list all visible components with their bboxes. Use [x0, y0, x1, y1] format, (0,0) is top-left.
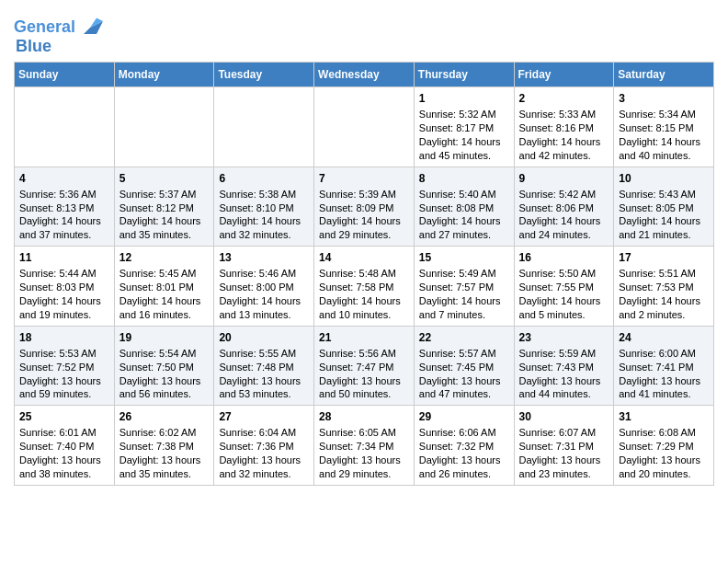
day-info: Daylight: 14 hours	[119, 214, 210, 228]
day-number: 13	[219, 250, 309, 265]
day-info: and 47 minutes.	[419, 387, 509, 401]
calendar-cell: 20Sunrise: 5:55 AMSunset: 7:48 PMDayligh…	[214, 326, 314, 406]
day-info: Sunrise: 5:54 AM	[119, 347, 210, 361]
day-info: Sunrise: 6:06 AM	[419, 426, 509, 440]
calendar-cell: 24Sunrise: 6:00 AMSunset: 7:41 PMDayligh…	[614, 326, 714, 406]
day-number: 29	[419, 409, 509, 424]
day-info: Daylight: 14 hours	[119, 294, 210, 308]
day-number: 15	[419, 250, 509, 265]
day-info: Sunrise: 5:48 AM	[319, 267, 409, 281]
day-info: Sunrise: 5:38 AM	[219, 188, 309, 201]
day-info: Sunrise: 5:33 AM	[519, 108, 609, 121]
calendar-cell	[214, 87, 314, 167]
calendar-cell: 14Sunrise: 5:48 AMSunset: 7:58 PMDayligh…	[314, 247, 415, 327]
calendar-cell: 15Sunrise: 5:49 AMSunset: 7:57 PMDayligh…	[414, 247, 514, 327]
weekday-header-wednesday: Wednesday	[314, 63, 415, 87]
day-number: 16	[519, 250, 609, 265]
day-info: Sunrise: 6:00 AM	[619, 347, 709, 361]
logo: General Blue	[14, 15, 103, 56]
day-number: 19	[119, 330, 210, 345]
day-number: 8	[419, 171, 509, 186]
day-info: Daylight: 14 hours	[19, 214, 109, 228]
weekday-header-sunday: Sunday	[15, 63, 115, 87]
day-info: Daylight: 13 hours	[319, 454, 409, 467]
day-number: 21	[319, 330, 409, 345]
day-info: Sunset: 7:52 PM	[19, 361, 109, 374]
day-info: Sunrise: 5:50 AM	[519, 267, 609, 281]
weekday-header-row: SundayMondayTuesdayWednesdayThursdayFrid…	[15, 63, 714, 87]
day-info: and 44 minutes.	[519, 387, 609, 401]
day-info: Sunrise: 5:36 AM	[19, 188, 109, 201]
day-info: and 19 minutes.	[19, 308, 109, 322]
weekday-header-tuesday: Tuesday	[214, 63, 314, 87]
day-info: Sunrise: 6:05 AM	[319, 426, 409, 440]
day-number: 17	[619, 250, 709, 265]
day-info: Daylight: 13 hours	[119, 374, 210, 388]
day-number: 25	[19, 409, 109, 424]
day-info: Sunset: 8:00 PM	[219, 281, 309, 294]
calendar-cell: 30Sunrise: 6:07 AMSunset: 7:31 PMDayligh…	[514, 406, 614, 486]
weekday-header-thursday: Thursday	[414, 63, 514, 87]
day-info: Daylight: 13 hours	[519, 454, 609, 467]
day-info: and 16 minutes.	[119, 308, 210, 322]
day-info: and 29 minutes.	[319, 467, 409, 481]
day-info: Sunset: 8:13 PM	[19, 201, 109, 215]
day-info: Sunset: 7:48 PM	[219, 361, 309, 374]
logo-text: General	[14, 18, 75, 37]
day-info: and 35 minutes.	[119, 228, 210, 242]
day-info: Daylight: 14 hours	[219, 214, 309, 228]
calendar-cell: 8Sunrise: 5:40 AMSunset: 8:08 PMDaylight…	[414, 167, 514, 247]
day-number: 14	[319, 250, 409, 265]
day-number: 3	[619, 91, 709, 106]
day-info: Sunset: 8:16 PM	[519, 121, 609, 135]
day-info: Sunset: 8:12 PM	[119, 201, 210, 215]
day-info: Sunrise: 6:08 AM	[619, 426, 709, 440]
day-info: Sunset: 8:15 PM	[619, 121, 709, 135]
day-info: Daylight: 14 hours	[519, 214, 609, 228]
day-info: Sunset: 7:31 PM	[519, 440, 609, 454]
day-info: Sunset: 7:29 PM	[619, 440, 709, 454]
day-info: Sunset: 7:57 PM	[419, 281, 509, 294]
day-info: Sunset: 7:43 PM	[519, 361, 609, 374]
day-info: Daylight: 13 hours	[519, 374, 609, 388]
day-info: Sunrise: 5:56 AM	[319, 347, 409, 361]
day-info: Sunrise: 5:49 AM	[419, 267, 509, 281]
day-number: 23	[519, 330, 609, 345]
day-info: Daylight: 14 hours	[619, 294, 709, 308]
day-number: 10	[619, 171, 709, 186]
day-info: Sunset: 7:32 PM	[419, 440, 509, 454]
day-info: and 41 minutes.	[619, 387, 709, 401]
page-header: General Blue	[14, 9, 714, 56]
day-info: Sunset: 7:45 PM	[419, 361, 509, 374]
day-info: and 7 minutes.	[419, 308, 509, 322]
day-info: and 21 minutes.	[619, 228, 709, 242]
day-info: and 13 minutes.	[219, 308, 309, 322]
day-info: and 42 minutes.	[519, 149, 609, 163]
day-info: and 23 minutes.	[519, 467, 609, 481]
calendar-cell: 18Sunrise: 5:53 AMSunset: 7:52 PMDayligh…	[15, 326, 115, 406]
day-info: Daylight: 13 hours	[319, 374, 409, 388]
day-number: 9	[519, 171, 609, 186]
day-number: 1	[419, 91, 509, 106]
calendar-cell: 16Sunrise: 5:50 AMSunset: 7:55 PMDayligh…	[514, 247, 614, 327]
day-number: 12	[119, 250, 210, 265]
calendar-cell: 1Sunrise: 5:32 AMSunset: 8:17 PMDaylight…	[414, 87, 514, 167]
calendar-cell: 2Sunrise: 5:33 AMSunset: 8:16 PMDaylight…	[514, 87, 614, 167]
day-info: and 37 minutes.	[19, 228, 109, 242]
day-info: Sunrise: 6:07 AM	[519, 426, 609, 440]
day-info: Sunset: 7:53 PM	[619, 281, 709, 294]
calendar-table: SundayMondayTuesdayWednesdayThursdayFrid…	[14, 62, 714, 486]
day-info: Sunset: 8:03 PM	[19, 281, 109, 294]
day-number: 27	[219, 409, 309, 424]
calendar-cell: 11Sunrise: 5:44 AMSunset: 8:03 PMDayligh…	[15, 247, 115, 327]
day-info: Daylight: 13 hours	[619, 454, 709, 467]
day-number: 11	[19, 250, 109, 265]
week-row-3: 11Sunrise: 5:44 AMSunset: 8:03 PMDayligh…	[15, 247, 714, 327]
calendar-cell: 25Sunrise: 6:01 AMSunset: 7:40 PMDayligh…	[15, 406, 115, 486]
day-number: 7	[319, 171, 409, 186]
calendar-cell: 3Sunrise: 5:34 AMSunset: 8:15 PMDaylight…	[614, 87, 714, 167]
day-info: Sunset: 8:17 PM	[419, 121, 509, 135]
day-info: Sunrise: 6:04 AM	[219, 426, 309, 440]
day-info: and 56 minutes.	[119, 387, 210, 401]
day-info: and 20 minutes.	[619, 467, 709, 481]
